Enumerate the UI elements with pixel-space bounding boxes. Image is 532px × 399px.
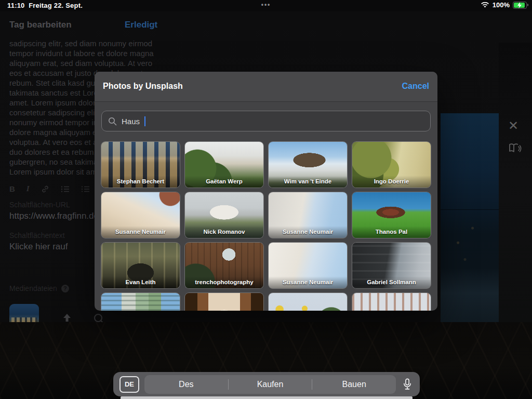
search-icon — [108, 117, 117, 126]
photo-tile[interactable]: Gabriel Sollmann — [352, 243, 431, 288]
keyboard-top-edge — [121, 396, 413, 399]
search-input[interactable]: Haus — [101, 111, 431, 131]
photo-author: Evan Leith — [101, 276, 180, 288]
photo-author: Susanne Neumair — [101, 226, 180, 238]
photo-tile[interactable]: Thanos Pal — [352, 192, 431, 238]
multitask-dots: ••• — [0, 1, 532, 8]
italic-icon[interactable]: I — [26, 184, 30, 193]
suggestion-item[interactable]: Bauen — [312, 380, 396, 389]
link-icon[interactable] — [41, 185, 49, 193]
wifi-icon — [481, 2, 489, 8]
language-key[interactable]: DE — [119, 376, 139, 393]
photo-tile[interactable]: Susanne Neumair — [101, 192, 180, 238]
status-bar: 11:10 Freitag 22. Sept. ••• 100% — [0, 0, 532, 11]
photo-tile[interactable] — [269, 293, 347, 311]
photo-tile[interactable]: Gaëtan Werp — [185, 142, 263, 188]
photo-tile[interactable] — [352, 293, 431, 311]
photo-tile[interactable]: Susanne Neumair — [269, 243, 347, 288]
bg-body-line: sadipscing elitr, sed diam nonumy eirmod — [9, 38, 165, 48]
unsplash-modal: Photos by Unsplash Cancel Haus Stephan B… — [95, 72, 437, 311]
status-right: 100% — [481, 1, 527, 9]
bg-format-toolbar: B I — [9, 184, 90, 193]
bullet-list-icon[interactable] — [81, 185, 90, 193]
cancel-button[interactable]: Cancel — [402, 82, 429, 91]
help-icon[interactable]: ? — [61, 285, 69, 292]
photo-author: Ingo Doerrie — [352, 176, 431, 188]
photo-tile[interactable] — [185, 293, 263, 311]
keyboard-suggestion-bar: DE Des Kaufen Bauen — [113, 372, 420, 396]
photo-tile[interactable]: Nick Romanov — [185, 192, 263, 238]
photo-author: trenchophotography — [185, 276, 263, 288]
read-aloud-icon[interactable] — [508, 142, 522, 157]
bg-done-button[interactable]: Erledigt — [125, 20, 157, 30]
suggestion-item[interactable]: Kaufen — [229, 380, 312, 389]
search-value: Haus — [122, 117, 140, 126]
battery-percent: 100% — [493, 1, 510, 9]
bg-media-label: Mediendateien ? — [9, 284, 69, 292]
photo-grid: Stephan Bechert Gaëtan Werp Wim van 't E… — [101, 142, 431, 311]
dictation-mic-icon[interactable] — [401, 378, 414, 391]
bg-media-label-text: Mediendateien — [9, 284, 57, 292]
bg-button-url-label: Schaltflächen-URL — [9, 201, 70, 209]
bg-preview-image — [441, 113, 499, 322]
photo-tile[interactable] — [101, 293, 180, 311]
modal-title: Photos by Unsplash — [103, 82, 183, 91]
bg-button-url-field[interactable]: https://www.fragfinn.de/ — [9, 211, 101, 221]
photo-author: Susanne Neumair — [269, 226, 347, 238]
suggestion-item[interactable]: Des — [144, 380, 228, 389]
photo-tile[interactable]: Evan Leith — [101, 243, 180, 288]
photo-tile[interactable]: Susanne Neumair — [269, 192, 347, 238]
photo-author: Stephan Bechert — [101, 176, 180, 188]
screen: 11:10 Freitag 22. Sept. ••• 100% Tag bea… — [0, 0, 532, 399]
bold-icon[interactable]: B — [9, 184, 15, 193]
text-caret — [144, 116, 145, 126]
photo-author: Thanos Pal — [352, 226, 431, 238]
bg-button-text-field[interactable]: Klicke hier rauf — [9, 242, 68, 252]
photo-tile[interactable]: trenchophotography — [185, 243, 263, 288]
bg-button-text-label: Schaltflächentext — [9, 231, 65, 240]
bg-body-line: aliquyam erat, sed diam voluptua. At ver… — [9, 58, 165, 68]
photo-tile[interactable]: Ingo Doerrie — [352, 142, 431, 188]
suggestions: Des Kaufen Bauen — [144, 375, 396, 394]
photo-author: Susanne Neumair — [269, 276, 347, 288]
battery-icon — [513, 2, 527, 9]
photo-author: Gaëtan Werp — [185, 176, 263, 188]
photo-tile[interactable]: Wim van 't Einde — [269, 142, 347, 188]
photo-author: Nick Romanov — [185, 226, 263, 238]
photo-tile[interactable]: Stephan Bechert — [101, 142, 180, 188]
bg-body-line: tempor invidunt ut labore et dolore magn… — [9, 48, 165, 58]
photo-author: Gabriel Sollmann — [352, 276, 431, 288]
ordered-list-icon[interactable] — [61, 185, 70, 193]
modal-header: Photos by Unsplash Cancel — [95, 72, 437, 102]
charging-bolt-icon — [516, 2, 523, 9]
bg-page-title: Tag bearbeiten — [9, 20, 72, 30]
photo-author: Wim van 't Einde — [269, 176, 347, 188]
close-icon[interactable]: ✕ — [508, 118, 518, 133]
